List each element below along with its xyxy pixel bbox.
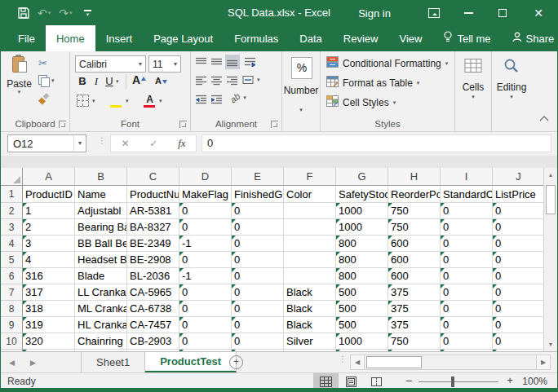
tab-review[interactable]: Review bbox=[333, 25, 389, 51]
scroll-left-button[interactable]: ◀ bbox=[351, 355, 365, 369]
underline-button[interactable]: U bbox=[104, 75, 114, 87]
cell-B7[interactable]: LL Crankar bbox=[75, 284, 127, 301]
enter-icon[interactable]: ✓ bbox=[149, 138, 157, 149]
tab-file[interactable]: File bbox=[7, 25, 46, 51]
tab-formulas[interactable]: Formulas bbox=[224, 25, 289, 51]
cell-C5[interactable]: BE-2908 bbox=[127, 252, 179, 268]
cell-G1[interactable]: SafetyStoc bbox=[336, 186, 388, 203]
cell-F9[interactable]: Black bbox=[284, 317, 336, 333]
middle-align-button[interactable] bbox=[210, 55, 224, 69]
row-header-2[interactable]: 2 bbox=[1, 203, 23, 219]
cell-E8[interactable]: 0 bbox=[232, 301, 284, 317]
column-header-B[interactable]: B bbox=[75, 168, 127, 186]
cell-B4[interactable]: BB Ball Be bbox=[75, 236, 127, 252]
page-layout-view-button[interactable] bbox=[339, 373, 364, 390]
cell-F7[interactable]: Black bbox=[284, 284, 336, 301]
tab-view[interactable]: View bbox=[388, 25, 432, 51]
cell-G8[interactable]: 500 bbox=[336, 301, 388, 317]
scroll-right-button[interactable]: ▶ bbox=[536, 355, 550, 369]
cancel-icon[interactable]: ✕ bbox=[121, 138, 129, 149]
cell-J9[interactable]: 0 bbox=[493, 317, 545, 333]
cell-B9[interactable]: HL Cranka bbox=[75, 317, 127, 333]
cell-B1[interactable]: Name bbox=[75, 186, 127, 203]
cell-E4[interactable]: 0 bbox=[232, 236, 284, 252]
row-header-10[interactable]: 10 bbox=[1, 333, 23, 350]
alignment-dialog-launcher[interactable] bbox=[271, 121, 278, 128]
collapse-ribbon-button[interactable] bbox=[539, 110, 549, 125]
formula-input[interactable]: 0 bbox=[202, 134, 551, 152]
editing-group[interactable]: Editing ▾ bbox=[492, 51, 531, 131]
copy-button[interactable]: ▾ bbox=[38, 75, 55, 86]
cell-A6[interactable]: 316 bbox=[23, 268, 75, 284]
align-right-button[interactable] bbox=[225, 73, 240, 88]
cell-D4[interactable]: -1 bbox=[179, 236, 232, 252]
column-header-J[interactable]: J bbox=[493, 168, 545, 186]
column-header-G[interactable]: G bbox=[336, 168, 388, 186]
cell-C2[interactable]: AR-5381 bbox=[127, 203, 179, 219]
cell-J10[interactable]: 0 bbox=[493, 333, 545, 350]
cell-E6[interactable]: 0 bbox=[232, 268, 284, 284]
cell-H7[interactable]: 375 bbox=[388, 284, 441, 301]
clipboard-dialog-launcher[interactable] bbox=[59, 121, 66, 128]
cell-A10[interactable]: 320 bbox=[23, 333, 75, 350]
bold-button[interactable]: B bbox=[77, 75, 88, 87]
cell-G7[interactable]: 500 bbox=[336, 284, 388, 301]
cell-I7[interactable]: 0 bbox=[441, 284, 493, 301]
scroll-down-button[interactable]: ▼ bbox=[544, 337, 557, 351]
column-header-H[interactable]: H bbox=[388, 168, 441, 186]
cell-H9[interactable]: 375 bbox=[388, 317, 441, 333]
sheet-tab-sheet1[interactable]: Sheet1 bbox=[82, 352, 145, 372]
cell-I2[interactable]: 0 bbox=[441, 203, 493, 219]
cell-E2[interactable]: 0 bbox=[232, 203, 284, 219]
cell-G2[interactable]: 1000 bbox=[336, 203, 388, 219]
cell-C6[interactable]: BL-2036 bbox=[127, 268, 179, 284]
conditional-formatting-button[interactable]: Conditional Formatting▾ bbox=[326, 56, 448, 70]
cell-F4[interactable] bbox=[284, 236, 336, 252]
cell-G4[interactable]: 800 bbox=[336, 236, 388, 252]
number-group[interactable]: % Number ▾ bbox=[282, 51, 321, 131]
column-header-F[interactable]: F bbox=[284, 168, 336, 186]
sheet-nav-left-button[interactable]: ◀ bbox=[9, 352, 15, 372]
cell-C8[interactable]: CA-6738 bbox=[127, 301, 179, 317]
cell-A4[interactable]: 3 bbox=[23, 236, 75, 252]
column-header-D[interactable]: D bbox=[179, 168, 232, 186]
font-name-combo[interactable]: Calibri▾ bbox=[75, 55, 146, 73]
align-center-button[interactable] bbox=[210, 73, 224, 88]
cell-G10[interactable]: 1000 bbox=[336, 333, 388, 350]
cell-G5[interactable]: 800 bbox=[336, 252, 388, 268]
cut-button[interactable]: ✂ bbox=[38, 57, 47, 69]
cell-B10[interactable]: Chainring bbox=[75, 333, 127, 350]
zoom-in-button[interactable]: + bbox=[503, 374, 516, 386]
sheet-nav-right-button[interactable]: ▶ bbox=[30, 352, 36, 372]
cell-I1[interactable]: StandardC bbox=[441, 186, 493, 203]
top-align-button[interactable] bbox=[194, 55, 209, 69]
cell-G6[interactable]: 800 bbox=[336, 268, 388, 284]
cell-A9[interactable]: 319 bbox=[23, 317, 75, 333]
cell-F10[interactable]: Silver bbox=[284, 333, 336, 350]
zoom-level[interactable]: 100% bbox=[522, 376, 547, 387]
cell-I5[interactable]: 0 bbox=[441, 252, 493, 268]
orientation-button[interactable]: ab▾ bbox=[230, 93, 246, 103]
cell-D9[interactable]: 0 bbox=[179, 317, 232, 333]
decrease-font-size-button[interactable]: A bbox=[155, 75, 167, 86]
horizontal-scrollbar[interactable]: ◀ ▶ bbox=[350, 355, 551, 370]
cell-D1[interactable]: MakeFlag bbox=[179, 186, 232, 203]
fill-color-button[interactable]: ▾ bbox=[109, 94, 129, 108]
cell-J4[interactable]: 0 bbox=[493, 236, 545, 252]
format-as-table-button[interactable]: Format as Table▾ bbox=[326, 76, 419, 90]
cell-C9[interactable]: CA-7457 bbox=[127, 317, 179, 333]
cell-A1[interactable]: ProductID bbox=[23, 186, 75, 203]
tab-page-layout[interactable]: Page Layout bbox=[143, 25, 224, 51]
cell-C4[interactable]: BE-2349 bbox=[127, 236, 179, 252]
cell-D5[interactable]: 0 bbox=[179, 252, 232, 268]
cell-C7[interactable]: CA-5965 bbox=[127, 284, 179, 301]
format-painter-button[interactable] bbox=[38, 94, 49, 104]
cell-D3[interactable]: 0 bbox=[179, 219, 232, 236]
tab-share[interactable]: Share bbox=[502, 25, 558, 51]
cell-C10[interactable]: CB-2903 bbox=[127, 333, 179, 350]
cell-I4[interactable]: 0 bbox=[441, 236, 493, 252]
cell-H4[interactable]: 600 bbox=[388, 236, 441, 252]
zoom-slider-thumb[interactable] bbox=[451, 377, 454, 387]
insert-function-icon[interactable]: fx bbox=[178, 137, 185, 150]
font-dialog-launcher[interactable] bbox=[179, 121, 187, 128]
